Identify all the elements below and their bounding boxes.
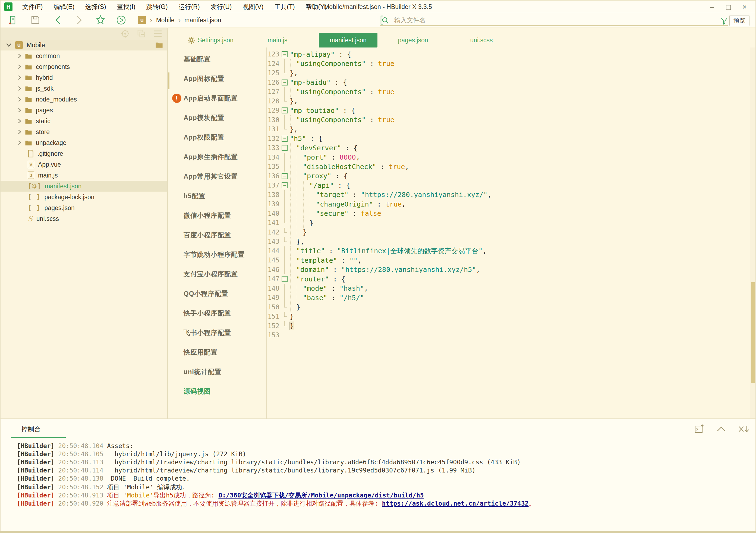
tree-item-main.js[interactable]: Jmain.js (1, 170, 167, 181)
save-button[interactable] (29, 14, 41, 26)
nav-item-微信小程序配置[interactable]: 微信小程序配置 (168, 206, 266, 225)
menu-tools[interactable]: 工具(T) (269, 1, 300, 13)
favorite-button[interactable] (94, 14, 106, 26)
new-file-button[interactable] (7, 14, 19, 26)
expand-chevron[interactable] (18, 75, 25, 80)
collapse-panel-icon[interactable] (716, 424, 727, 434)
expand-chevron[interactable] (18, 108, 25, 113)
nav-item-字节跳动小程序配置[interactable]: 字节跳动小程序配置 (168, 245, 266, 264)
fold-gutter[interactable]: − (281, 106, 290, 115)
tab-pages-json[interactable]: pages.json (395, 33, 431, 47)
new-terminal-icon[interactable] (695, 424, 704, 434)
tree-item-uni.scss[interactable]: Suni.scss (1, 213, 167, 224)
minimize-button[interactable]: – (704, 1, 720, 13)
file-search-input[interactable]: 输入文件名 (380, 15, 728, 26)
menu-view[interactable]: 视图(V) (237, 1, 269, 13)
tree-item-pages.json[interactable]: [ ]pages.json (1, 202, 167, 213)
filter-button[interactable] (720, 17, 728, 26)
maximize-button[interactable] (720, 1, 737, 13)
tree-item-hybrid[interactable]: hybrid (1, 72, 167, 83)
run-button[interactable] (115, 14, 127, 26)
tree-item-.gitignore[interactable]: .gitignore (1, 148, 167, 159)
nav-item-飞书小程序配置[interactable]: 飞书小程序配置 (168, 323, 266, 343)
nav-item-QQ小程序配置[interactable]: QQ小程序配置 (168, 284, 266, 303)
expand-chevron[interactable] (18, 53, 25, 58)
code-editor[interactable]: 123−"mp-alipay" : {124"usingComponents" … (267, 47, 750, 419)
console-link[interactable]: D:/360安全浏览器下载/交易所/Mobile/unpackage/dist/… (218, 492, 424, 499)
console-output[interactable]: [HBuilder] 20:50:48.104 Assets:[HBuilder… (17, 443, 747, 507)
fold-collapse-icon[interactable]: − (282, 108, 287, 114)
tree-item-package-lock.json[interactable]: [ ]package-lock.json (1, 191, 167, 202)
fold-gutter[interactable]: − (281, 171, 290, 181)
fold-collapse-icon[interactable]: − (282, 136, 287, 142)
fold-gutter[interactable]: − (281, 181, 290, 190)
fold-collapse-icon[interactable]: − (282, 173, 287, 179)
fold-collapse-icon[interactable]: − (282, 276, 287, 282)
nav-item-App常用其它设置[interactable]: App常用其它设置 (168, 166, 266, 186)
locate-file-icon[interactable] (121, 29, 130, 38)
editor-scrollbar[interactable] (750, 47, 755, 419)
expand-chevron[interactable] (18, 64, 25, 69)
expand-chevron[interactable] (18, 97, 25, 102)
nav-item-App权限配置[interactable]: App权限配置 (168, 128, 266, 147)
tree-item-manifest.json[interactable]: []manifest.json (1, 181, 167, 191)
fold-gutter[interactable]: − (281, 50, 290, 59)
tree-item-node_modules[interactable]: node_modules (1, 94, 167, 105)
fold-collapse-icon[interactable]: − (282, 145, 287, 151)
menu-file[interactable]: 文件(F) (17, 1, 48, 13)
tree-item-unpackage[interactable]: unpackage (1, 137, 167, 148)
close-button[interactable]: × (737, 1, 753, 13)
clear-console-icon[interactable] (738, 424, 750, 434)
nav-item-快应用配置[interactable]: 快应用配置 (168, 343, 266, 362)
nav-item-App启动界面配置[interactable]: App启动界面配置! (168, 89, 266, 108)
expand-chevron[interactable] (18, 129, 25, 134)
menu-run[interactable]: 运行(R) (173, 1, 205, 13)
tree-item-static[interactable]: static (1, 115, 167, 126)
menu-find[interactable]: 查找(I) (112, 1, 141, 13)
menu-goto[interactable]: 跳转(G) (141, 1, 173, 13)
fold-collapse-icon[interactable]: − (282, 51, 287, 57)
tab-manifest-json[interactable]: manifest.json (319, 33, 377, 47)
editor-scrollbar-thumb[interactable] (751, 282, 755, 383)
preview-button[interactable]: 预览 (729, 15, 749, 26)
nav-item-h5配置[interactable]: h5配置 (168, 186, 266, 206)
nav-item-支付宝小程序配置[interactable]: 支付宝小程序配置 (168, 264, 266, 284)
tab-console[interactable]: 控制台 (21, 425, 41, 434)
forward-button[interactable] (73, 14, 85, 26)
fold-gutter[interactable]: − (281, 274, 290, 284)
tree-root-mobile[interactable]: u Mobile (1, 39, 167, 50)
expand-chevron[interactable] (18, 118, 25, 123)
explorer-menu-icon[interactable] (153, 30, 162, 38)
fold-gutter[interactable]: − (281, 78, 290, 88)
tab-main-js[interactable]: main.js (262, 33, 293, 47)
nav-item-快手小程序配置[interactable]: 快手小程序配置 (168, 303, 266, 323)
menu-edit[interactable]: 编辑(E) (48, 1, 80, 13)
tab-Settings-json[interactable]: Settings.json (184, 33, 238, 47)
nav-item-uni统计配置[interactable]: uni统计配置 (168, 362, 266, 382)
menu-publish[interactable]: 发行(U) (205, 1, 237, 13)
collapse-all-icon[interactable] (137, 29, 146, 38)
console-link[interactable]: https://ask.dcloud.net.cn/article/37432 (382, 500, 529, 507)
tree-item-pages[interactable]: pages (1, 105, 167, 115)
expand-chevron[interactable] (18, 86, 25, 91)
fold-collapse-icon[interactable]: − (282, 80, 287, 86)
tab-uni-scss[interactable]: uni.scss (464, 33, 499, 47)
tree-item-store[interactable]: store (1, 126, 167, 137)
nav-item-App模块配置[interactable]: App模块配置 (168, 108, 266, 128)
back-button[interactable] (52, 14, 64, 26)
fold-gutter[interactable]: − (281, 143, 290, 153)
fold-collapse-icon[interactable]: − (282, 182, 287, 188)
tree-item-js_sdk[interactable]: js_sdk (1, 83, 167, 94)
menu-select[interactable]: 选择(S) (80, 1, 112, 13)
tree-item-App.vue[interactable]: VApp.vue (1, 159, 167, 170)
breadcrumb-project[interactable]: Mobile (156, 16, 175, 24)
nav-item-源码视图[interactable]: 源码视图 (168, 382, 266, 401)
nav-item-App图标配置[interactable]: App图标配置 (168, 69, 266, 89)
tree-item-common[interactable]: common (1, 50, 167, 61)
tree-item-components[interactable]: components (1, 61, 167, 72)
nav-item-基础配置[interactable]: 基础配置 (168, 49, 266, 69)
breadcrumb-file[interactable]: manifest.json (184, 16, 221, 24)
nav-item-App原生插件配置[interactable]: App原生插件配置 (168, 147, 266, 166)
fold-gutter[interactable]: − (281, 134, 290, 143)
nav-item-百度小程序配置[interactable]: 百度小程序配置 (168, 225, 266, 245)
